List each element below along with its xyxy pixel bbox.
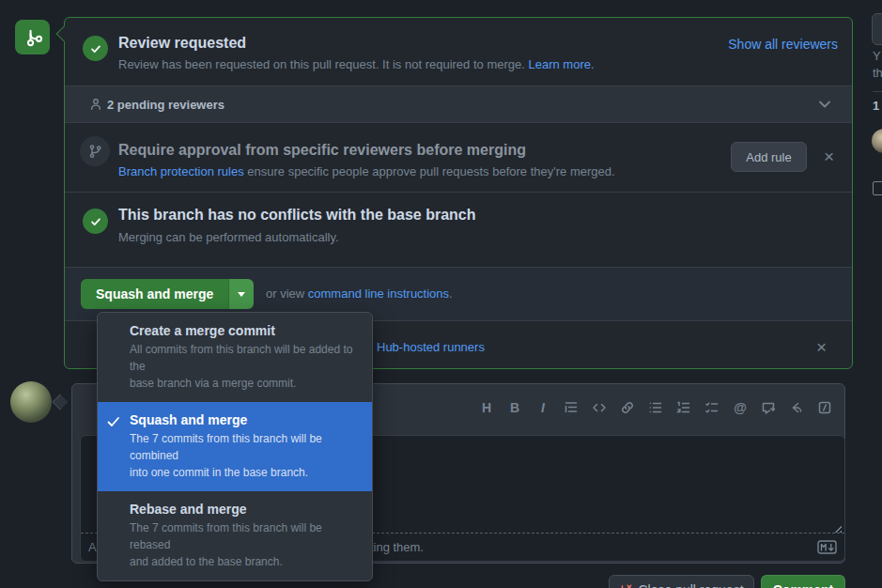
comment-form-notch [53,395,69,410]
dropdown-item-desc: The 7 commits from this branch will be c… [130,430,359,481]
command-line-instructions-link[interactable]: command line instructions [308,286,449,301]
branch-protection-title: Require approval from specific reviewers… [118,142,526,159]
show-all-reviewers-link[interactable]: Show all reviewers [728,37,838,52]
desc-line: All commits from this branch will be add… [130,341,359,375]
branch-protection-desc: Branch protection rules ensure specific … [118,164,615,178]
desc-line: base branch via a merge commit. [130,375,359,392]
close-pull-request-label: Close pull request [638,582,743,588]
unordered-list-icon[interactable] [645,397,666,418]
review-requested-section: Review requested Review has been request… [65,18,852,85]
code-icon[interactable] [589,397,610,418]
git-merge-timeline-badge [15,20,50,54]
pending-reviewers-label: 2 pending reviewers [107,98,224,112]
sidebar-text-fragment: Y [873,49,881,63]
comment-button[interactable]: Comment [761,575,845,588]
person-icon [88,97,103,112]
pr-merge-page: { "colors": { "page_bg": "#1c2128", "box… [0,0,882,588]
slash-commands-icon[interactable] [814,397,835,418]
heading-icon[interactable]: H [476,397,497,418]
sidebar-avatar[interactable] [872,129,882,153]
dropdown-item-desc: All commits from this branch will be add… [130,341,359,392]
review-requested-title: Review requested [118,35,246,52]
desc-line: The 7 commits from this branch will be c… [130,430,359,464]
review-requested-desc: Review has been requested on this pull r… [118,57,595,71]
bold-icon[interactable]: B [504,397,525,418]
no-conflicts-section: This branch has no conflicts with the ba… [65,192,852,267]
markdown-icon [817,540,837,554]
chevron-down-icon[interactable] [818,100,831,109]
pr-closed-icon [619,583,632,588]
sidebar-file-icon [873,181,882,195]
check-icon [89,42,102,55]
dropdown-item-create-merge-commit[interactable]: Create a merge commit All commits from t… [98,313,372,402]
dropdown-item-squash-and-merge[interactable]: Squash and merge The 7 commits from this… [98,402,372,491]
merge-options-caret-button[interactable] [228,279,254,309]
add-rule-button[interactable]: Add rule [731,142,807,172]
sidebar-count-fragment: 1 [873,99,879,113]
branch-protection-badge [80,136,110,166]
dropdown-item-rebase-and-merge[interactable]: Rebase and merge The 7 commits from this… [98,491,372,580]
sidebar-divider [873,91,882,92]
branch-protection-rules-link[interactable]: Branch protection rules [118,164,244,178]
mention-icon[interactable]: @ [730,397,750,418]
git-branch-icon [87,144,102,159]
dismiss-protection-icon[interactable]: × [824,147,834,165]
no-conflicts-desc: Merging can be performed automatically. [118,230,339,244]
markdown-toolbar: H B I [476,384,835,431]
caret-down-icon [238,292,245,297]
branch-protection-desc-text: ensure specific people approve pull requ… [244,164,615,178]
or-view-text: or view [266,286,308,301]
sidebar-gear-button[interactable] [872,13,882,45]
comment-button-label: Comment [773,582,834,588]
dropdown-item-title: Squash and merge [130,412,359,427]
pending-reviewers-row[interactable]: 2 pending reviewers [65,85,852,123]
dropdown-item-title: Create a merge commit [130,323,359,338]
branch-protection-section: Require approval from specific reviewers… [65,123,852,192]
git-merge-icon [23,27,43,48]
link-icon[interactable] [617,397,638,418]
review-check-badge [83,36,108,61]
tasklist-icon[interactable] [702,397,722,418]
sidebar-text-fragment: th [873,66,882,80]
desc-line: and added to the base branch. [130,553,359,570]
italic-icon[interactable]: I [533,397,553,418]
dismiss-notice-icon[interactable]: × [816,338,827,356]
cross-reference-icon[interactable] [758,397,779,418]
desc-line: The 7 commits from this branch will be r… [130,519,359,553]
no-conflicts-title: This branch has no conflicts with the ba… [118,207,476,224]
check-icon [89,215,102,228]
quote-icon[interactable] [561,397,581,418]
squash-and-merge-button[interactable]: Squash and merge [81,279,228,309]
merge-split-button: Squash and merge [81,279,254,309]
learn-more-link[interactable]: Learn more. [528,57,594,71]
close-pull-request-button[interactable]: Close pull request [609,575,754,588]
merge-options-dropdown: Create a merge commit All commits from t… [97,312,373,581]
dropdown-item-desc: The 7 commits from this branch will be r… [130,519,359,570]
conflicts-check-badge [83,209,108,234]
user-avatar [10,381,52,423]
hosted-runners-link[interactable]: Hub-hosted runners [377,340,485,354]
review-requested-desc-text: Review has been requested on this pull r… [118,57,528,71]
ordered-list-icon[interactable] [673,397,694,418]
period-text: . [449,286,453,301]
cli-instructions-text: or view command line instructions. [266,286,453,301]
desc-line: into one commit in the base branch. [130,464,359,481]
saved-replies-icon[interactable] [786,397,807,418]
dropdown-item-title: Rebase and merge [130,502,359,517]
selected-check-icon [106,414,121,429]
